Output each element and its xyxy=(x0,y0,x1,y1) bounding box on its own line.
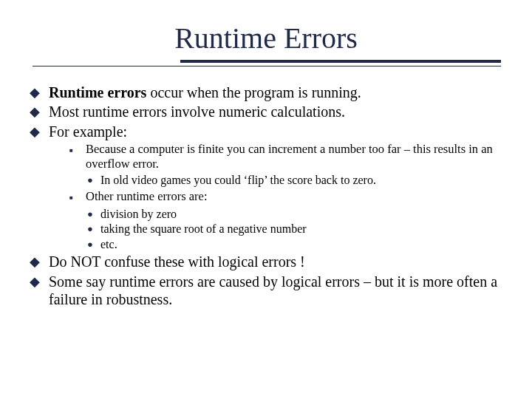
bullet-text: Some say runtime errors are caused by lo… xyxy=(49,273,504,309)
diamond-icon: ◆ xyxy=(30,253,49,270)
bullet-text: division by zero xyxy=(100,207,504,222)
bold-lead: Runtime errors xyxy=(49,84,146,100)
dot-icon: ● xyxy=(87,173,100,188)
level3-group: ● division by zero ● taking the square r… xyxy=(69,207,504,252)
square-icon: ■ xyxy=(69,142,86,171)
bullet-l3: ● taking the square root of a negative n… xyxy=(87,222,504,236)
bullet-l3: ● division by zero xyxy=(87,207,504,222)
bullet-text: In old video games you could ‘flip’ the … xyxy=(100,173,504,188)
diamond-icon: ◆ xyxy=(30,83,49,101)
slide-body: ◆ Runtime errors occur when the program … xyxy=(28,83,504,309)
bullet-text: Because a computer is finite you can inc… xyxy=(86,142,504,171)
rule-thin xyxy=(33,66,501,66)
bullet-l1: ◆ Most runtime errors involve numeric ca… xyxy=(30,103,504,120)
bullet-text: Do NOT confuse these with logical errors… xyxy=(49,253,504,270)
bullet-l3: ● In old video games you could ‘flip’ th… xyxy=(87,173,504,188)
bullet-l1: ◆ For example: xyxy=(30,123,504,140)
rule-thick xyxy=(180,60,501,63)
bullet-text: For example: xyxy=(49,123,504,140)
bullet-l1: ◆ Runtime errors occur when the program … xyxy=(30,83,504,101)
dot-icon: ● xyxy=(87,207,100,222)
title-rule xyxy=(33,60,499,73)
bullet-l1: ◆ Some say runtime errors are caused by … xyxy=(30,273,504,309)
bullet-l1: ◆ Do NOT confuse these with logical erro… xyxy=(30,253,504,270)
bullet-text: Runtime errors occur when the program is… xyxy=(49,83,504,101)
bullet-l2: ■ Because a computer is finite you can i… xyxy=(69,142,504,171)
square-icon: ■ xyxy=(69,189,86,205)
dot-icon: ● xyxy=(87,237,100,252)
diamond-icon: ◆ xyxy=(30,103,49,120)
bullet-l3: ● etc. xyxy=(87,237,504,252)
bullet-text: etc. xyxy=(100,237,504,252)
bullet-text: Other runtime errors are: xyxy=(86,189,504,205)
bullet-l2: ■ Other runtime errors are: xyxy=(69,189,504,205)
bullet-text: Most runtime errors involve numeric calc… xyxy=(49,103,504,120)
rest-text: occur when the program is running. xyxy=(146,84,361,100)
diamond-icon: ◆ xyxy=(30,123,49,140)
level3-group: ● In old video games you could ‘flip’ th… xyxy=(69,173,504,188)
title-wrap: Runtime Errors xyxy=(28,21,504,55)
level2-group: ■ Because a computer is finite you can i… xyxy=(30,142,504,251)
bullet-text: taking the square root of a negative num… xyxy=(100,222,504,236)
slide-title: Runtime Errors xyxy=(174,21,358,55)
slide: Runtime Errors ◆ Runtime errors occur wh… xyxy=(0,0,532,399)
diamond-icon: ◆ xyxy=(30,273,49,309)
dot-icon: ● xyxy=(87,222,100,236)
